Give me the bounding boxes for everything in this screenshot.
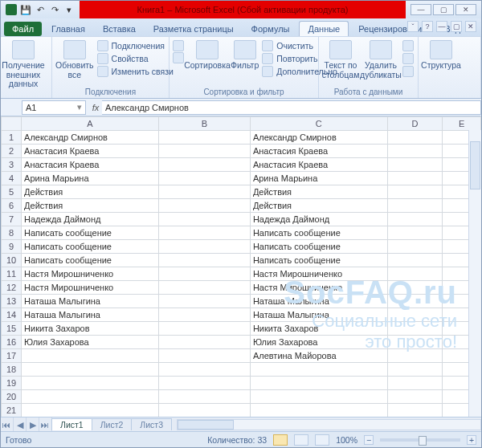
child-restore-icon[interactable]: ▢ (451, 21, 462, 32)
grid[interactable]: ABCDE 1Александр СмирновАлександр Смирно… (1, 116, 481, 417)
cell[interactable]: Наташа Малыгина (250, 308, 387, 322)
zoom-out-button[interactable]: − (364, 435, 374, 445)
qat-dropdown-icon[interactable]: ▾ (63, 4, 75, 15)
sheet-nav-first[interactable]: ⏮ (1, 417, 14, 431)
cell[interactable] (158, 295, 250, 308)
cell[interactable]: Настя Мирошниченко (250, 281, 387, 295)
cell[interactable] (387, 131, 442, 145)
child-min-icon[interactable]: — (436, 21, 447, 32)
cell[interactable] (387, 295, 442, 308)
tab-Данные[interactable]: Данные (299, 21, 349, 36)
cell[interactable]: Алевтина Майорова (250, 349, 387, 363)
cell[interactable] (158, 377, 250, 390)
h-scroll-thumb[interactable] (178, 420, 234, 430)
sheet-tab[interactable]: Лист1 (51, 418, 92, 430)
row-header[interactable]: 7 (2, 213, 22, 226)
cell[interactable] (158, 404, 250, 417)
cell[interactable]: Анастасия Краева (250, 145, 387, 158)
cell[interactable] (250, 377, 387, 390)
row-header[interactable]: 1 (2, 131, 22, 145)
sheet-nav-prev[interactable]: ◀ (14, 417, 27, 431)
cell[interactable] (158, 158, 250, 172)
cell[interactable]: Написать сообщение (250, 226, 387, 240)
cell[interactable] (158, 308, 250, 322)
tab-file[interactable]: Файл (4, 22, 42, 36)
cell[interactable] (387, 390, 442, 404)
col-header-E[interactable]: E (443, 117, 481, 131)
cell[interactable]: Никита Захаров (250, 322, 387, 336)
cell[interactable] (387, 281, 442, 295)
row-header[interactable]: 17 (2, 349, 22, 363)
minimize-ribbon-icon[interactable]: ˇ (407, 21, 419, 32)
cell[interactable] (387, 145, 442, 158)
cell[interactable]: Написать сообщение (22, 240, 159, 254)
cell[interactable]: Действия (22, 185, 159, 199)
col-header-B[interactable]: B (158, 117, 250, 131)
cell[interactable]: Арина Марьина (250, 172, 387, 185)
consolidate-button[interactable] (402, 53, 414, 64)
sort-desc-button[interactable] (173, 52, 184, 63)
cell[interactable] (158, 131, 250, 145)
cell[interactable]: Написать сообщение (250, 254, 387, 267)
cell[interactable]: Настя Мирошниченко (250, 267, 387, 281)
cell[interactable] (158, 267, 250, 281)
cell[interactable] (158, 185, 250, 199)
row-header[interactable]: 4 (2, 172, 22, 185)
maximize-button[interactable]: ▢ (433, 4, 454, 15)
sheet-tab[interactable]: Лист3 (131, 418, 172, 430)
cell[interactable] (387, 404, 442, 417)
cell[interactable]: Действия (250, 199, 387, 213)
cell[interactable] (22, 349, 159, 363)
cell[interactable]: Юлия Захарова (22, 336, 159, 349)
cell[interactable]: Арина Марьина (22, 172, 159, 185)
cell[interactable] (387, 322, 442, 336)
row-header[interactable]: 12 (2, 281, 22, 295)
row-header[interactable]: 14 (2, 308, 22, 322)
cell[interactable] (158, 172, 250, 185)
cell[interactable] (158, 322, 250, 336)
sheet-nav-last[interactable]: ⏭ (39, 417, 52, 431)
cell[interactable] (387, 240, 442, 254)
row-header[interactable]: 15 (2, 322, 22, 336)
cell[interactable]: Написать сообщение (250, 240, 387, 254)
cell[interactable]: Александр Смирнов (22, 131, 159, 145)
tab-Разметка страницы[interactable]: Разметка страницы (145, 22, 242, 36)
edit-links-button[interactable]: Изменить связи (97, 66, 174, 77)
select-all-corner[interactable] (2, 117, 22, 131)
cell[interactable] (250, 390, 387, 404)
cell[interactable] (158, 390, 250, 404)
name-box[interactable]: A1 ▾ (22, 100, 86, 115)
filter-button[interactable]: Фильтр (231, 39, 259, 71)
minimize-button[interactable]: — (411, 4, 431, 15)
row-header[interactable]: 6 (2, 199, 22, 213)
cell[interactable] (250, 404, 387, 417)
cell[interactable] (22, 404, 159, 417)
formula-input[interactable]: Александр Смирнов (102, 100, 481, 115)
sort-asc-button[interactable] (173, 40, 184, 51)
redo-icon[interactable]: ↷ (49, 4, 60, 15)
row-header[interactable]: 9 (2, 240, 22, 254)
cell[interactable]: Анастасия Краева (250, 158, 387, 172)
cell[interactable]: Настя Мирошниченко (22, 267, 159, 281)
cell[interactable] (158, 349, 250, 363)
row-header[interactable]: 20 (2, 390, 22, 404)
connections-button[interactable]: Подключения (97, 40, 174, 51)
col-header-D[interactable]: D (387, 117, 442, 131)
sort-button[interactable]: Сортировка (187, 39, 227, 71)
namebox-dropdown-icon[interactable]: ▾ (77, 102, 82, 112)
cell[interactable]: Анастасия Краева (22, 158, 159, 172)
cell[interactable]: Наташа Малыгина (250, 295, 387, 308)
cell[interactable] (387, 199, 442, 213)
cell[interactable] (387, 226, 442, 240)
get-external-data-button[interactable]: Получение внешних данных (4, 39, 43, 89)
row-header[interactable]: 11 (2, 267, 22, 281)
cell[interactable] (158, 213, 250, 226)
cell[interactable] (158, 336, 250, 349)
cell[interactable]: Александр Смирнов (250, 131, 387, 145)
cell[interactable]: Анастасия Краева (22, 145, 159, 158)
row-header[interactable]: 13 (2, 295, 22, 308)
remove-duplicates-button[interactable]: Удалить дубликаты (362, 39, 399, 79)
row-header[interactable]: 19 (2, 377, 22, 390)
view-page-layout-button[interactable] (294, 434, 308, 446)
row-header[interactable]: 18 (2, 363, 22, 377)
